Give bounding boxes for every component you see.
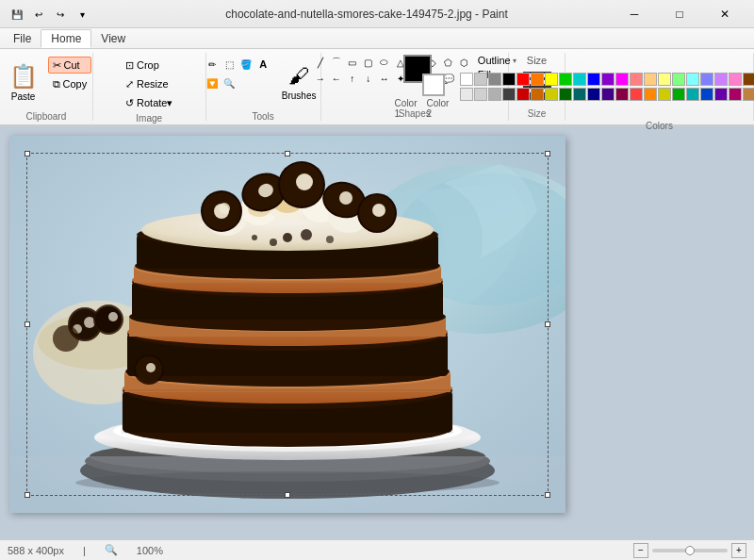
swatch-pinklight[interactable] (630, 73, 643, 86)
swatch-darkgray[interactable] (502, 88, 516, 101)
swatch-orange[interactable] (531, 73, 544, 86)
maximize-button[interactable]: □ (658, 0, 701, 28)
brushes-icon: 🖌 (288, 64, 309, 89)
swatch-bluelight[interactable] (700, 73, 713, 86)
zoom-slider-track[interactable] (652, 549, 728, 552)
swatch-gray2[interactable] (488, 73, 501, 86)
shape-uarrow[interactable]: ↑ (345, 71, 360, 86)
swatch-darkcyan[interactable] (573, 88, 586, 101)
swatch-purple[interactable] (601, 73, 615, 86)
swatch-magenta[interactable] (615, 73, 629, 86)
shape-darrow[interactable]: ↓ (361, 71, 376, 86)
swatch-gray4[interactable] (488, 88, 501, 101)
svg-point-67 (326, 236, 334, 243)
menu-view[interactable]: View (91, 30, 135, 47)
swatch-medblue[interactable] (700, 88, 713, 101)
clipboard-label: Clipboard (25, 111, 66, 122)
swatch-olive[interactable] (658, 88, 671, 101)
shape-rarrow[interactable]: → (313, 71, 328, 86)
color1-label: Color 1 (395, 98, 423, 119)
zoom-slider-thumb[interactable] (685, 546, 695, 555)
swatch-teal[interactable] (686, 88, 699, 101)
swatch-roslight[interactable] (729, 73, 742, 86)
copy-button[interactable]: ⧉ Copy (48, 75, 92, 92)
swatch-yellowlight[interactable] (658, 73, 671, 86)
picker-tool[interactable]: 🔽 (205, 75, 220, 91)
qa-dropdown-button[interactable]: ▾ (73, 5, 91, 24)
ribbon-group-tools: ✏ ⬚ 🪣 A 🔽 🔍 🖌 Brushes Tools (206, 53, 321, 121)
zoom-out-button[interactable]: − (633, 543, 648, 558)
swatch-medpurple[interactable] (714, 88, 728, 101)
qa-redo-button[interactable]: ↪ (51, 5, 70, 24)
close-button[interactable]: ✕ (703, 0, 746, 28)
fill-tool[interactable]: 🪣 (238, 57, 254, 72)
text-tool[interactable]: A (255, 57, 270, 72)
color2-swatch[interactable] (422, 74, 445, 96)
swatch-medgreen[interactable] (672, 88, 685, 101)
swatch-darkmagenta[interactable] (615, 88, 629, 101)
shape-roundrect[interactable]: ▢ (361, 55, 376, 70)
rotate-icon: ↺ (125, 97, 134, 109)
swatch-brown[interactable] (743, 73, 754, 86)
title-bar: 💾 ↩ ↪ ▾ chocolate-and-nutella-smores-cak… (0, 0, 754, 28)
paint-canvas[interactable] (9, 136, 566, 513)
swatch-cyanlight[interactable] (686, 73, 699, 86)
swatch-medpink[interactable] (729, 88, 742, 101)
swatch-gray3[interactable] (474, 88, 487, 101)
swatch-greenlight[interactable] (672, 73, 685, 86)
menu-home[interactable]: Home (41, 29, 91, 48)
svg-point-66 (301, 229, 312, 240)
cut-button[interactable]: ✂ Cut (48, 57, 92, 74)
qa-save-button[interactable]: 💾 (8, 5, 26, 24)
resize-button[interactable]: ⤢ Resize (121, 75, 177, 92)
menu-file[interactable]: File (4, 30, 41, 47)
swatch-black[interactable] (502, 73, 516, 86)
eraser-tool[interactable]: ⬚ (221, 57, 237, 72)
shape-ellipse[interactable]: ⬭ (377, 55, 392, 70)
swatch-peach[interactable] (644, 73, 657, 86)
swatch-violet[interactable] (714, 73, 728, 86)
swatch-darkred[interactable] (516, 88, 530, 101)
pencil-tool[interactable]: ✏ (205, 57, 220, 72)
swatch-darkgreen[interactable] (559, 88, 572, 101)
swatch-green[interactable] (559, 73, 572, 86)
crop-button[interactable]: ⊡ Crop (121, 57, 177, 74)
copy-label: Copy (63, 78, 88, 90)
swatch-cyan[interactable] (573, 73, 586, 86)
svg-point-12 (53, 325, 79, 352)
zoom-in-button[interactable]: + (731, 543, 746, 558)
swatch-tan[interactable] (743, 88, 754, 101)
qa-undo-button[interactable]: ↩ (29, 5, 48, 24)
swatch-blue[interactable] (587, 73, 600, 86)
brushes-label: Brushes (282, 91, 317, 101)
svg-point-57 (296, 173, 313, 190)
paste-button[interactable]: 📋 Paste (1, 55, 46, 109)
shape-4arrow[interactable]: ↔ (377, 71, 392, 86)
canvas-scroll[interactable] (0, 126, 754, 539)
shape-rect[interactable]: ▭ (345, 55, 360, 70)
colors-content: Color 1 Color 2 (395, 55, 754, 119)
swatch-gray1[interactable] (474, 73, 487, 86)
swatch-yellow[interactable] (545, 73, 558, 86)
image-label: Image (136, 113, 162, 124)
image-content: ⊡ Crop ⤢ Resize ↺ Rotate▾ (121, 55, 177, 111)
swatch-darkblue[interactable] (587, 88, 600, 101)
shape-curve[interactable]: ⌒ (329, 55, 344, 70)
swatch-amber[interactable] (644, 88, 657, 101)
swatch-darkorange[interactable] (531, 88, 544, 101)
rotate-button[interactable]: ↺ Rotate▾ (121, 94, 177, 111)
swatch-red[interactable] (516, 73, 530, 86)
color-labels: Color 1 Color 2 (395, 98, 455, 119)
swatch-white[interactable] (460, 73, 473, 86)
swatch-lightgray[interactable] (460, 88, 473, 101)
svg-point-10 (95, 306, 122, 333)
magnify-tool[interactable]: 🔍 (221, 75, 237, 91)
swatch-salmonred[interactable] (630, 88, 643, 101)
minimize-button[interactable]: ─ (613, 0, 656, 28)
shape-line[interactable]: ╱ (313, 55, 328, 70)
swatch-darkpurple[interactable] (601, 88, 615, 101)
image-col: ⊡ Crop ⤢ Resize ↺ Rotate▾ (121, 55, 177, 111)
swatch-darkyellow[interactable] (545, 88, 558, 101)
tools-content: ✏ ⬚ 🪣 A 🔽 🔍 🖌 Brushes (205, 55, 321, 109)
shape-larrow[interactable]: ← (329, 71, 344, 86)
